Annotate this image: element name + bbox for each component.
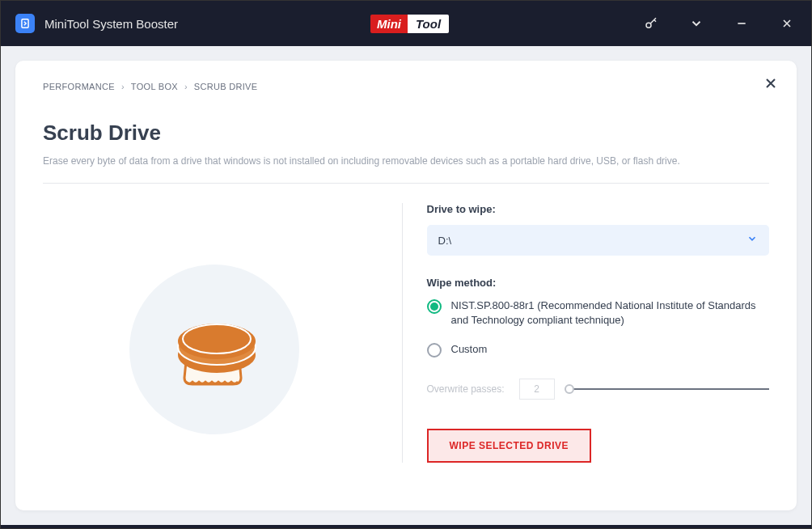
card-close-button[interactable] bbox=[763, 75, 779, 95]
page-description: Erase every byte of data from a drive th… bbox=[43, 155, 769, 184]
breadcrumb: PERFORMANCE › TOOL BOX › SCRUB DRIVE bbox=[43, 82, 769, 91]
svg-point-1 bbox=[646, 23, 651, 28]
titlebar: MiniTool System Booster Mini Tool bbox=[1, 1, 811, 46]
breadcrumb-toolbox[interactable]: TOOL BOX bbox=[131, 82, 178, 91]
slider-thumb-icon bbox=[565, 384, 574, 394]
passes-label: Overwrite passes: bbox=[427, 383, 505, 395]
page-title: Scrub Drive bbox=[43, 121, 769, 146]
chevron-down-icon[interactable] bbox=[687, 14, 706, 33]
breadcrumb-scrubdrive[interactable]: SCRUB DRIVE bbox=[194, 82, 257, 91]
chevron-down-icon bbox=[746, 233, 758, 248]
wipe-button[interactable]: WIPE SELECTED DRIVE bbox=[427, 429, 592, 463]
radio-custom-label: Custom bbox=[451, 342, 488, 357]
chevron-right-icon: › bbox=[121, 82, 125, 91]
scrub-illustration bbox=[129, 264, 299, 434]
radio-nist-label: NIST.SP.800-88r1 (Recommended National I… bbox=[451, 298, 770, 328]
passes-slider[interactable] bbox=[569, 388, 769, 390]
method-label: Wipe method: bbox=[427, 277, 770, 289]
minimize-button[interactable] bbox=[732, 14, 751, 33]
app-icon bbox=[15, 14, 35, 33]
brand-logo: Mini Tool bbox=[370, 15, 449, 33]
radio-icon bbox=[427, 299, 442, 314]
app-title: MiniTool System Booster bbox=[44, 17, 178, 31]
radio-icon bbox=[427, 343, 442, 358]
svg-rect-0 bbox=[22, 19, 28, 28]
radio-nist[interactable]: NIST.SP.800-88r1 (Recommended National I… bbox=[427, 298, 770, 328]
close-button[interactable] bbox=[777, 14, 797, 33]
drive-label: Drive to wipe: bbox=[427, 203, 770, 215]
radio-custom[interactable]: Custom bbox=[427, 342, 770, 358]
drive-select[interactable]: D:\ bbox=[427, 225, 770, 256]
breadcrumb-performance[interactable]: PERFORMANCE bbox=[43, 82, 115, 91]
bottom-bar bbox=[1, 525, 811, 529]
drive-select-value: D:\ bbox=[438, 235, 452, 247]
key-icon[interactable] bbox=[641, 14, 661, 33]
chevron-right-icon: › bbox=[184, 82, 188, 91]
passes-input[interactable] bbox=[519, 379, 555, 400]
main-card: PERFORMANCE › TOOL BOX › SCRUB DRIVE Scr… bbox=[15, 61, 797, 510]
